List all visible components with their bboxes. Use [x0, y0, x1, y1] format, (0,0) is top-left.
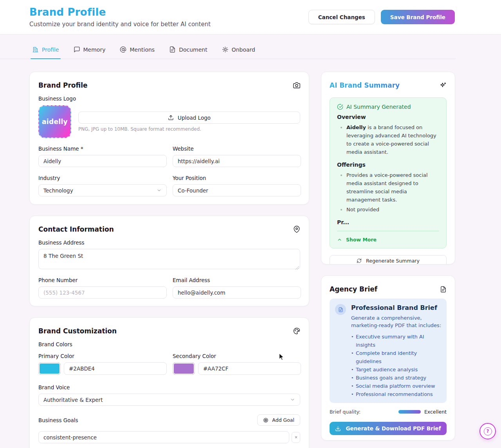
secondary-color-label: Secondary Color [173, 353, 301, 359]
tab-label: Profile [42, 47, 59, 53]
chevron-up-icon [337, 237, 342, 242]
brief-bullet: Business goals and strategy [351, 374, 442, 382]
business-goals-label: Business Goals [38, 417, 78, 423]
brand-colors-label: Brand Colors [38, 341, 300, 347]
page-header: Brand Profile Customize your brand ident… [0, 0, 501, 34]
brief-panel-title: Professional Brand Brief [351, 304, 442, 311]
tab-label: Onboard [232, 47, 255, 53]
goal-field[interactable] [38, 431, 289, 443]
goal-row [38, 431, 300, 443]
question-mark-icon: ? [484, 427, 492, 435]
show-more-label: Show More [346, 237, 377, 243]
add-goal-label: Add Goal [272, 417, 294, 423]
industry-select[interactable]: Technology [38, 184, 167, 196]
file-icon [169, 46, 176, 53]
email-label: Email Address [173, 277, 301, 283]
brief-bullet: Executive summary with AI insights [351, 333, 442, 349]
offerings-bullet: Not provided [337, 205, 439, 214]
tab-label: Mentions [130, 47, 155, 53]
save-brand-profile-button[interactable]: Save Brand Profile [381, 10, 455, 24]
file-text-icon [440, 286, 447, 293]
phone-label: Phone Number [38, 277, 167, 283]
website-group: Website [173, 146, 301, 167]
help-button[interactable]: ? [479, 423, 496, 439]
brand-voice-label: Brand Voice [38, 384, 300, 390]
add-goal-button[interactable]: Add Goal [257, 414, 300, 426]
upload-icon [168, 115, 174, 121]
upload-logo-label: Upload Logo [178, 115, 211, 121]
regenerate-summary-label: Regenerate Summary [366, 258, 420, 264]
position-group: Your Position [173, 175, 301, 196]
upload-hint: PNG, JPG up to 10MB. Square format recom… [78, 126, 300, 132]
brand-profile-card: Brand Profile Business Logo aidelly [29, 72, 309, 205]
primary-color-swatch[interactable] [38, 362, 61, 375]
upload-logo-button[interactable]: Upload Logo [78, 112, 300, 124]
target-icon [263, 417, 269, 423]
business-logo[interactable]: aidelly [38, 105, 71, 138]
business-name-field[interactable] [38, 155, 167, 167]
brief-bullet: Social media platform overview [351, 382, 442, 390]
left-column: Brand Profile Business Logo aidelly [29, 72, 309, 448]
chevron-down-icon [290, 397, 295, 402]
email-field[interactable] [173, 286, 301, 299]
brand-voice-select[interactable]: Authoritative & Expert [38, 394, 300, 406]
primary-color-label: Primary Color [38, 353, 167, 359]
gear-icon [222, 46, 229, 53]
business-name-label: Business Name * [38, 146, 167, 152]
offerings-heading: Offerings [337, 162, 439, 168]
chevron-down-icon [157, 188, 162, 193]
industry-group: Industry Technology [38, 175, 167, 196]
chat-bubble-icon [74, 46, 80, 53]
tab-label: Document [179, 47, 207, 53]
ai-summary-panel: AI Summary Generated Overview Aidelly is… [330, 97, 447, 248]
generate-pdf-brief-button[interactable]: Generate & Download PDF Brief [330, 422, 447, 435]
right-column: AI Brand Summary AI Summary Generated Ov… [321, 72, 455, 441]
secondary-color-swatch[interactable] [173, 362, 195, 375]
phone-field[interactable] [38, 286, 167, 299]
business-logo-text: aidelly [42, 118, 68, 126]
business-address-label: Business Address [38, 239, 300, 246]
header-actions: Cancel Changes Save Brand Profile [308, 10, 455, 24]
secondary-color-hex-field[interactable] [198, 362, 301, 375]
tab-memory[interactable]: Memory [74, 46, 106, 59]
show-more-button[interactable]: Show More [337, 237, 439, 243]
business-address-field[interactable]: 8 The Green St [38, 249, 300, 269]
ai-brand-summary-card: AI Brand Summary AI Summary Generated Ov… [321, 72, 455, 264]
brief-bullet-list: Executive summary with AI insights Compl… [351, 333, 442, 398]
offerings-list: Provides a voice-powered social media as… [337, 171, 439, 214]
contact-information-card: Contact Information Business Address 8 T… [29, 216, 309, 306]
tab-label: Memory [83, 47, 106, 53]
page-title: Brand Profile [29, 6, 211, 18]
website-label: Website [173, 146, 301, 152]
industry-value: Technology [43, 187, 73, 194]
phone-group: Phone Number [38, 277, 167, 299]
tab-onboard[interactable]: Onboard [222, 46, 255, 59]
primary-color-hex-field[interactable] [64, 362, 167, 375]
brief-panel-description: Generate a comprehensive, marketing-read… [351, 314, 442, 329]
regenerate-summary-button[interactable]: Regenerate Summary [330, 255, 447, 264]
position-field[interactable] [173, 184, 301, 196]
check-circle-icon [337, 104, 343, 110]
brief-quality-label: Brief quality: [330, 409, 360, 415]
cancel-changes-button[interactable]: Cancel Changes [308, 10, 375, 24]
professional-brief-panel: Professional Brand Brief Generate a comp… [330, 299, 447, 403]
building-icon [32, 46, 39, 53]
tab-mentions[interactable]: Mentions [120, 46, 155, 59]
camera-icon [293, 82, 300, 89]
brand-customization-card: Brand Customization Brand Colors Primary… [29, 317, 309, 448]
location-pin-icon [293, 226, 300, 233]
website-field[interactable] [173, 155, 301, 167]
sparkles-icon [439, 82, 447, 89]
remove-goal-button[interactable] [292, 432, 300, 443]
resize-grip[interactable] [296, 266, 299, 270]
primary-color-group: Primary Color [38, 353, 167, 375]
main-content: Brand Profile Business Logo aidelly [0, 59, 501, 448]
tab-profile[interactable]: Profile [32, 46, 59, 59]
brief-bullet: Complete brand identity guidelines [351, 349, 442, 365]
tab-document[interactable]: Document [169, 46, 207, 59]
brand-profile-page: Brand Profile Customize your brand ident… [0, 0, 501, 448]
ai-summary-status-label: AI Summary Generated [346, 104, 411, 110]
brief-bullet: Professional recommendations [351, 390, 442, 398]
agency-brief-card: Agency Brief Professional Brand Brief Ge… [321, 275, 455, 441]
agency-brief-card-title: Agency Brief [330, 285, 377, 293]
